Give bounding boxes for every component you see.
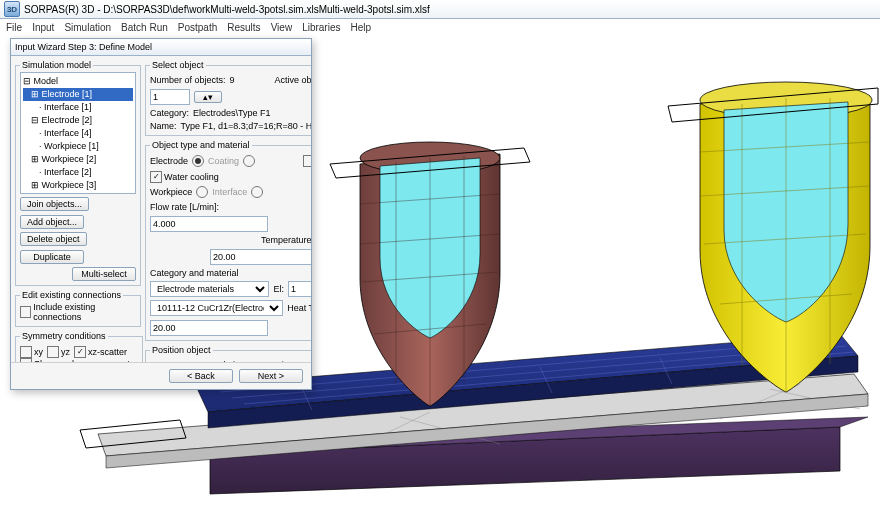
menu-view[interactable]: View — [271, 22, 293, 33]
existing-connections: Edit existing connections Include existi… — [15, 290, 141, 327]
name-value: Type F1, d1=8.3;d7=16;R=80 - Half — [181, 121, 311, 131]
multiselect-button[interactable]: Multi-select — [72, 267, 136, 281]
lbl-coating: Coating — [208, 156, 239, 166]
category-label: Category: — [150, 108, 189, 118]
back-button[interactable]: < Back — [169, 369, 233, 383]
temp-input[interactable] — [210, 249, 311, 265]
catmat-label: Category and material — [150, 268, 239, 278]
radio-workpiece[interactable] — [196, 186, 208, 198]
heat-input[interactable] — [150, 320, 268, 336]
symmetry-conditions: Symmetry conditions xy yz xz-scatter Sho… — [15, 331, 143, 362]
menu-results[interactable]: Results — [227, 22, 260, 33]
lbl-electrode: Electrode — [150, 156, 188, 166]
dialog-title: Input Wizard Step 3: Define Model — [11, 39, 311, 56]
material-select[interactable]: 10111-12 CuCr1Zr(Electrode CuCrZr) — [150, 300, 283, 316]
tree-fieldset: Simulation model ⊟ Model ⊞ Electrode [1]… — [15, 60, 141, 286]
heat-label: Heat T[C]: — [287, 303, 311, 313]
radio-coating[interactable] — [243, 155, 255, 167]
menu-libraries[interactable]: Libraries — [302, 22, 340, 33]
include-existing-checkbox[interactable]: Include existing connections — [20, 302, 136, 322]
flow-label: Flow rate [L/min]: — [150, 202, 219, 212]
el-label: El: — [273, 284, 284, 294]
num-objects-value: 9 — [230, 75, 235, 85]
temp-label: Temperature [C]: — [261, 235, 311, 245]
existing-conn-legend: Edit existing connections — [20, 290, 123, 300]
category-value: Electrodes\Type F1 — [193, 108, 271, 118]
sym-xz[interactable]: xz-scatter — [74, 346, 127, 358]
category-select[interactable]: Electrode materials — [150, 281, 269, 297]
delete-object-button[interactable]: Delete object — [20, 232, 87, 246]
menu-batchrun[interactable]: Batch Run — [121, 22, 168, 33]
sym-yz[interactable]: yz — [47, 346, 70, 358]
type-material: Object type and material Electrode Coati… — [145, 140, 311, 341]
flow-input[interactable] — [150, 216, 268, 232]
app-icon: 3D — [4, 1, 20, 17]
active-object-input[interactable] — [150, 89, 190, 105]
next-button[interactable]: Next > — [239, 369, 303, 383]
menu-postpath[interactable]: Postpath — [178, 22, 217, 33]
active-object-spin[interactable]: ▴▾ — [194, 91, 222, 103]
select-object: Select object Number of objects: 9 Activ… — [145, 60, 311, 136]
duplicate-button[interactable]: Duplicate — [20, 250, 84, 264]
symmetry-legend: Symmetry conditions — [20, 331, 108, 341]
lbl-interface: Interface — [212, 187, 247, 197]
position-object: Position object Translation [mm] Rotatio… — [145, 345, 311, 362]
typemat-legend: Object type and material — [150, 140, 252, 150]
num-objects-label: Number of objects: — [150, 75, 226, 85]
titlebar: 3D SORPAS(R) 3D - D:\SORPAS3D\def\workMu… — [0, 0, 880, 19]
select-object-legend: Select object — [150, 60, 206, 70]
menu-simulation[interactable]: Simulation — [64, 22, 111, 33]
simulation-tree[interactable]: ⊟ Model ⊞ Electrode [1] · Interface [1] … — [20, 72, 136, 194]
tree-legend: Simulation model — [20, 60, 93, 70]
window-title: SORPAS(R) 3D - D:\SORPAS3D\def\workMulti… — [24, 4, 430, 15]
add-object-button[interactable]: Add object... — [20, 215, 84, 229]
join-objects-button[interactable]: Join objects... — [20, 197, 89, 211]
menu-input[interactable]: Input — [32, 22, 54, 33]
menu-help[interactable]: Help — [350, 22, 371, 33]
radio-interface[interactable] — [251, 186, 263, 198]
menu-file[interactable]: File — [6, 22, 22, 33]
sym-xy[interactable]: xy — [20, 346, 43, 358]
air-checkbox[interactable]: Air — [303, 155, 311, 167]
water-checkbox[interactable]: Water cooling — [150, 171, 219, 183]
el-input[interactable] — [288, 281, 311, 297]
menubar: File Input Simulation Batch Run Postpath… — [0, 19, 880, 35]
name-label: Name: — [150, 121, 177, 131]
lbl-workpiece: Workpiece — [150, 187, 192, 197]
active-object-label: Active object: — [274, 75, 311, 85]
radio-electrode[interactable] — [192, 155, 204, 167]
wizard-dialog: Input Wizard Step 3: Define Model Simula… — [10, 38, 312, 390]
position-legend: Position object — [150, 345, 213, 355]
